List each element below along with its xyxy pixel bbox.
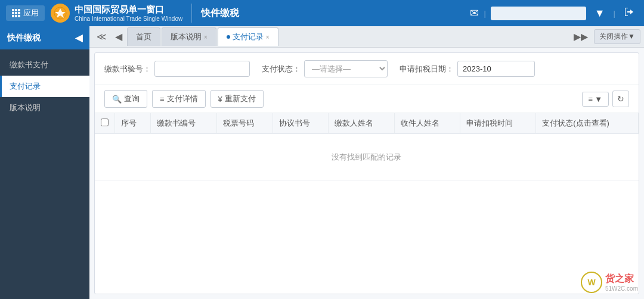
no-data-row: 没有找到匹配的记录 [95,134,639,181]
watermark-text: 货之家 51W2C.com [605,273,638,292]
top-header: 应用 中国国际贸易单一窗口 China International Trade … [0,0,644,26]
query-label: 查询 [124,94,140,104]
app-btn-label: 应用 [23,8,39,18]
repay-label: 重新支付 [225,94,256,104]
table-header-payer-name: 缴款人姓名 [329,113,394,134]
filter-group-book-num: 缴款书验号： [104,61,250,77]
header-divider: | [484,9,485,18]
filter-label-status: 支付状态： [262,64,301,74]
sidebar-item-version-label: 版本说明 [10,102,41,113]
sidebar-item-records[interactable]: 支付记录 [0,76,89,97]
list-view-button[interactable]: ≡ ▼ [582,92,609,107]
watermark-sub-text: 51W2C.com [605,285,638,292]
tab-dot-icon [227,35,230,39]
main-layout: 快件缴税 ◀ 缴款书支付 支付记录 版本说明 ≪ ◀ 首页 版本说明 [0,26,644,299]
filter-select-status[interactable]: —请选择— [304,60,388,77]
table-header-apply-time: 申请扣税时间 [460,113,536,134]
filter-row: 缴款书验号： 支付状态： —请选择— 申请扣税日期： [95,53,639,85]
main-panel: 缴款书验号： 支付状态： —请选择— 申请扣税日期： 🔍 [94,52,639,294]
table-body: 没有找到匹配的记录 [95,134,639,181]
filter-input-book-num[interactable] [154,61,250,77]
sidebar-item-version[interactable]: 版本说明 [0,97,89,119]
grid-icon [12,9,20,17]
header-right: ✉ | ▼ | [470,5,638,21]
detail-label: 支付详情 [167,94,198,104]
watermark-logo-text: W [587,278,595,287]
tab-version-close-icon[interactable]: × [204,34,208,41]
tab-home[interactable]: 首页 [127,27,160,46]
action-row: 🔍 查询 ≡ 支付详情 ¥ 重新支付 ≡ ▼ ↻ [95,85,639,113]
no-data-message: 没有找到匹配的记录 [95,134,639,181]
watermark: W 货之家 51W2C.com [581,272,638,293]
table-header-checkbox [95,113,115,134]
data-table: 序号 缴款书编号 税票号码 协议书号 缴款人姓名 收件人姓名 申请扣税时间 支付… [95,113,639,294]
query-button[interactable]: 🔍 查询 [104,90,147,108]
header-divider2: | [614,9,615,18]
refresh-button[interactable]: ↻ [612,91,629,107]
watermark-logo: W [581,272,602,293]
sidebar: 快件缴税 ◀ 缴款书支付 支付记录 版本说明 [0,26,89,299]
repay-icon: ¥ [218,95,222,104]
table-header-book-num: 缴款书编号 [151,113,216,134]
table-header-seq: 序号 [115,113,151,134]
logo-text: 中国国际贸易单一窗口 China International Trade Sin… [75,4,182,22]
filter-group-status: 支付状态： —请选择— [262,60,388,77]
table-header-tax-code: 税票号码 [216,113,273,134]
tab-bar: ≪ ◀ 首页 版本说明 × 支付记录 × ▶▶ 关闭操作▼ [89,26,644,48]
table-header-receiver-name: 收件人姓名 [394,113,460,134]
table-header: 序号 缴款书编号 税票号码 协议书号 缴款人姓名 收件人姓名 申请扣税时间 支付… [95,113,639,134]
tab-version-desc-label: 版本说明 [171,32,202,42]
logo-icon [51,4,70,23]
filter-input-date[interactable] [457,61,535,77]
app-menu-button[interactable]: 应用 [6,5,45,21]
logo-area: 中国国际贸易单一窗口 China International Trade Sin… [51,4,192,23]
sidebar-menu: 缴款书支付 支付记录 版本说明 [0,49,89,123]
dropdown-button[interactable]: ▼ [591,6,609,21]
detail-button[interactable]: ≡ 支付详情 [152,90,206,108]
table-header-pay-status: 支付状态(点击查看) [536,113,639,134]
tab-pay-records-label: 支付记录 [233,32,264,42]
list-view-icon: ≡ [589,95,593,104]
watermark-main-text: 货之家 [605,273,638,285]
tab-version-desc[interactable]: 版本说明 × [162,27,216,46]
mail-icon[interactable]: ✉ [470,7,479,20]
tab-bar-right: ▶▶ 关闭操作▼ [570,29,640,44]
tab-pay-records[interactable]: 支付记录 × [218,27,278,46]
filter-label-book-num: 缴款书验号： [104,64,151,74]
tab-pay-records-close-icon[interactable]: × [266,34,270,41]
sidebar-title: 快件缴税 [7,33,41,43]
detail-icon: ≡ [160,95,165,104]
tab-nav-prev-button[interactable]: ◀ [112,30,126,43]
sidebar-item-payment-label: 缴款书支付 [10,60,48,70]
action-row-right: ≡ ▼ ↻ [582,91,629,107]
select-all-checkbox[interactable] [101,119,109,126]
tab-nav-next-button[interactable]: ▶▶ [570,30,592,43]
sidebar-item-records-label: 支付记录 [10,81,41,92]
filter-label-date: 申请扣税日期： [400,64,454,74]
list-view-arrow-icon: ▼ [595,95,602,104]
records-table: 序号 缴款书编号 税票号码 协议书号 缴款人姓名 收件人姓名 申请扣税时间 支付… [95,113,639,181]
refresh-icon: ↻ [617,94,624,104]
content-area: ≪ ◀ 首页 版本说明 × 支付记录 × ▶▶ 关闭操作▼ [89,26,644,299]
search-input[interactable] [491,7,586,20]
close-ops-button[interactable]: 关闭操作▼ [594,29,640,44]
sidebar-header: 快件缴税 ◀ [0,26,89,49]
repay-button[interactable]: ¥ 重新支付 [210,90,264,108]
tab-nav-back-button[interactable]: ≪ [93,30,110,43]
search-icon: 🔍 [112,95,122,104]
filter-group-date: 申请扣税日期： [400,61,535,77]
logout-button[interactable] [620,5,638,21]
table-header-protocol: 协议书号 [273,113,329,134]
tab-home-label: 首页 [136,32,151,42]
logo-sub-title: China International Trade Single Window [75,15,182,22]
sidebar-collapse-button[interactable]: ◀ [75,32,82,43]
sidebar-item-payment[interactable]: 缴款书支付 [0,54,89,76]
page-title: 快件缴税 [201,7,239,20]
logo-main-title: 中国国际贸易单一窗口 [75,4,182,15]
